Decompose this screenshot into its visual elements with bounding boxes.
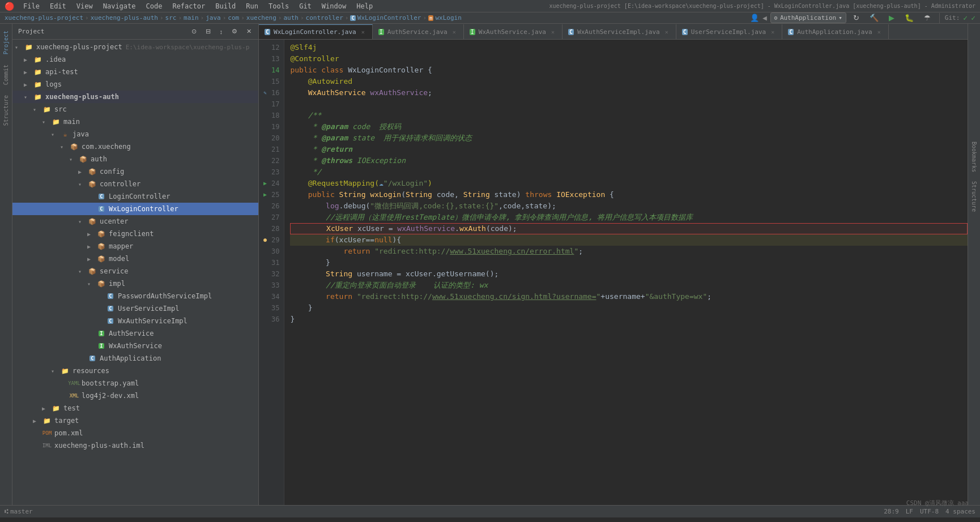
menu-run[interactable]: Run	[241, 1, 263, 11]
breadcrumb-com[interactable]: com	[228, 14, 239, 22]
sidebar-close-btn[interactable]: ✕	[243, 26, 255, 37]
tab-close-btn[interactable]: ✕	[549, 28, 556, 35]
menu-build[interactable]: Build	[211, 1, 240, 11]
tree-password-impl[interactable]: ▶ C PasswordAuthServiceImpl	[12, 290, 258, 302]
tree-login-controller[interactable]: ▶ C LoginController	[12, 190, 258, 203]
tree-idea[interactable]: ▶ 📁 .idea	[12, 53, 258, 66]
breadcrumb-main[interactable]: main	[184, 14, 199, 22]
run-button[interactable]: ▶	[885, 12, 898, 24]
menu-navigate[interactable]: Navigate	[99, 1, 140, 11]
tab-close-btn[interactable]: ✕	[451, 28, 458, 35]
tree-feignclient[interactable]: ▶ 📦 feignclient	[12, 228, 258, 240]
tree-java[interactable]: ▾ ☕ java	[12, 128, 258, 140]
tree-impl[interactable]: ▾ 📦 impl	[12, 277, 258, 290]
sidebar-collapse-btn[interactable]: ⊟	[202, 26, 214, 37]
tree-target[interactable]: ▶ 📁 target	[12, 414, 258, 427]
code-content[interactable]: @Slf4j @Controller public class WxLoginC…	[284, 40, 968, 505]
tree-com-xuecheng[interactable]: ▾ 📦 com.xuecheng	[12, 140, 258, 153]
menu-help[interactable]: Help	[352, 1, 377, 11]
tree-apitest-label: api-test	[45, 68, 78, 76]
tab-user-impl[interactable]: C UserServiceImpl.java ✕	[676, 24, 782, 39]
sidebar-settings-btn[interactable]: ⚙	[228, 26, 241, 37]
code-editor[interactable]: 12 13 14 15 ✎ 16 17 18 19 20 21 22 23 ▶ …	[259, 40, 968, 505]
sidebar-sort-btn[interactable]: ↕	[216, 27, 227, 37]
menu-tools[interactable]: Tools	[264, 1, 293, 11]
gutter-run2-icon[interactable]: ▶	[261, 191, 269, 199]
tree-main[interactable]: ▾ 📁 main	[12, 115, 258, 128]
tree-bootstrap[interactable]: ▶ YAML bootstrap.yaml	[12, 377, 258, 390]
folder-icon: 📁	[42, 105, 52, 114]
breadcrumb-class[interactable]: C WxLoginController	[350, 14, 421, 22]
tree-test[interactable]: ▶ 📁 test	[12, 402, 258, 414]
tree-api-test[interactable]: ▶ 📁 api-test	[12, 66, 258, 78]
line-12: 12	[261, 42, 279, 53]
tree-auth-pkg[interactable]: ▾ 📦 auth	[12, 153, 258, 165]
line-col-status[interactable]: 28:9	[884, 508, 899, 515]
menu-edit[interactable]: Edit	[45, 1, 71, 11]
tree-root[interactable]: ▾ 📁 xuecheng-plus-project E:\idea-worksp…	[12, 41, 258, 53]
tree-wxlogin-controller[interactable]: ▶ C WxLoginController	[12, 203, 258, 215]
breadcrumb-project[interactable]: xuecheng-plus-project	[5, 14, 83, 22]
tab-wxauth-impl[interactable]: C WxAuthServiceImpl.java ✕	[563, 24, 676, 39]
tree-config[interactable]: ▶ 📦 config	[12, 165, 258, 178]
tab-auth-service[interactable]: I AuthService.java ✕	[373, 24, 464, 39]
lf-status[interactable]: LF	[906, 508, 913, 515]
tree-ucenter[interactable]: ▾ 📦 ucenter	[12, 215, 258, 228]
breadcrumb-auth[interactable]: auth	[283, 14, 299, 22]
tree-log4j2[interactable]: ▶ XML log4j2-dev.xml	[12, 390, 258, 402]
tree-model[interactable]: ▶ 📦 model	[12, 253, 258, 265]
tab-close-btn[interactable]: ✕	[769, 28, 776, 35]
tree-wxauth-service[interactable]: ▶ I WxAuthService	[12, 340, 258, 352]
tab-wxauth-service[interactable]: I WxAuthService.java ✕	[464, 24, 563, 39]
tree-controller[interactable]: ▾ 📦 controller	[12, 178, 258, 190]
tree-logs[interactable]: ▶ 📁 logs	[12, 78, 258, 91]
breadcrumb-xuecheng[interactable]: xuecheng	[246, 14, 276, 22]
tab-close-btn[interactable]: ✕	[876, 28, 883, 35]
tree-mapper[interactable]: ▶ 📦 mapper	[12, 240, 258, 253]
project-tab[interactable]: Project	[1, 26, 11, 59]
commit-tab[interactable]: Commit	[1, 60, 11, 89]
build-button[interactable]: 🔨	[866, 12, 882, 24]
encoding-status[interactable]: UTF-8	[920, 508, 939, 515]
git-branch-status[interactable]: ⑆ master	[5, 508, 33, 515]
tree-pom[interactable]: ▶ POM pom.xml	[12, 427, 258, 439]
breadcrumb-module[interactable]: xuecheng-plus-auth	[91, 14, 158, 22]
indent-status[interactable]: 4 spaces	[945, 508, 975, 515]
refresh-button[interactable]: ↻	[850, 12, 863, 24]
tab-auth-app[interactable]: C AuthApplication.java ✕	[782, 24, 888, 39]
bookmarks-tab[interactable]: Bookmarks	[969, 137, 979, 177]
tree-auth-app[interactable]: ▶ C AuthApplication	[12, 352, 258, 365]
coverage-button[interactable]: ☂	[921, 12, 934, 24]
menu-git[interactable]: Git	[295, 1, 316, 11]
tree-wxauth-impl[interactable]: ▶ C WxAuthServiceImpl	[12, 315, 258, 327]
tree-resources[interactable]: ▾ 📁 resources	[12, 365, 258, 377]
tree-src[interactable]: ▾ 📁 src	[12, 103, 258, 115]
structure-right-tab[interactable]: Structure	[969, 177, 979, 216]
tree-iml[interactable]: ▶ IML xuecheng-plus-auth.iml	[12, 439, 258, 452]
tree-user-impl[interactable]: ▶ C UserServiceImpl	[12, 302, 258, 315]
tab-wx-controller[interactable]: C WxLoginController.java ✕	[259, 24, 373, 39]
gutter-run-icon[interactable]: ▶	[261, 179, 269, 187]
run-config-dropdown[interactable]: ⚙ AuthApplication ▾	[770, 12, 846, 23]
sidebar-sync-btn[interactable]: ⊙	[188, 26, 200, 37]
tree-auth-module[interactable]: ▾ 📁 xuecheng-plus-auth	[12, 91, 258, 103]
line-21: 21	[261, 144, 279, 155]
breadcrumb-method[interactable]: m wxLogin	[428, 14, 462, 22]
menu-window[interactable]: Window	[317, 1, 351, 11]
menu-code[interactable]: Code	[142, 1, 167, 11]
structure-tab[interactable]: Structure	[1, 91, 11, 130]
menu-view[interactable]: View	[72, 1, 97, 11]
menu-refactor[interactable]: Refactor	[168, 1, 210, 11]
menu-file[interactable]: File	[19, 1, 44, 11]
tree-service[interactable]: ▾ 📦 service	[12, 265, 258, 277]
breadcrumb-java[interactable]: java	[206, 14, 221, 22]
breadcrumb-controller[interactable]: controller	[306, 14, 343, 22]
breadcrumb-src[interactable]: src	[165, 14, 177, 22]
people-icon[interactable]: 👤	[750, 14, 759, 22]
tab-close-btn[interactable]: ✕	[360, 29, 367, 36]
tab-close-btn[interactable]: ✕	[663, 28, 670, 35]
file-tree[interactable]: ▾ 📁 xuecheng-plus-project E:\idea-worksp…	[12, 40, 258, 505]
back-icon[interactable]: ◀	[762, 14, 767, 22]
debug-button[interactable]: 🐛	[901, 12, 917, 24]
tree-auth-service[interactable]: ▶ I AuthService	[12, 327, 258, 340]
